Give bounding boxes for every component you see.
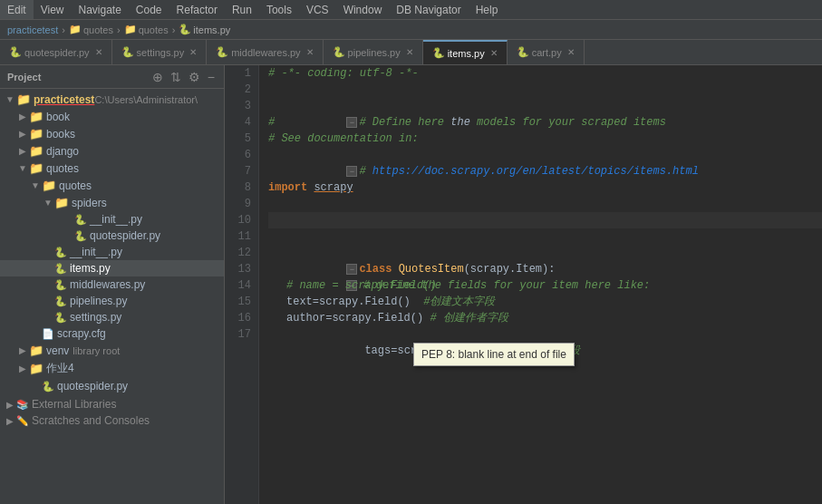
tab-settings[interactable]: 🐍 settings.py ✕ [112, 40, 208, 64]
tree-items-py-icon: 🐍 [54, 263, 67, 275]
tree-books-arrow[interactable]: ▶ [16, 129, 29, 139]
code-line-12: −class QuotesItem(scrapy.Item): [268, 245, 822, 261]
sidebar-tree[interactable]: ▼ 📁 practicetest C:\Users\Administrator\… [0, 89, 224, 504]
tab-items[interactable]: 🐍 items.py ✕ [423, 40, 508, 64]
line-num-8: 8 [225, 179, 258, 196]
tree-quotespider[interactable]: ▶ 🐍 quotespider.py [0, 228, 224, 244]
tree-quotes1-arrow[interactable]: ▼ [16, 163, 29, 173]
tab-middlewares-close[interactable]: ✕ [306, 47, 314, 57]
breadcrumb-sep3: › [172, 24, 176, 35]
tree-book-arrow[interactable]: ▶ [16, 111, 29, 121]
menu-refactor[interactable]: Refactor [169, 0, 225, 19]
tree-init1[interactable]: ▶ 🐍 __init__.py [0, 211, 224, 228]
tree-quotes2[interactable]: ▼ 📁 quotes [0, 177, 224, 194]
sidebar-gear-icon[interactable]: ⚙ [187, 70, 202, 84]
sidebar-add-btn[interactable]: ⊕ [150, 70, 165, 84]
code-area[interactable]: # -*- coding: utf-8 -*- −# Define here t… [259, 65, 822, 504]
menu-navigate[interactable]: Navigate [71, 0, 128, 19]
breadcrumb-quotes1[interactable]: quotes [83, 24, 113, 35]
line-num-7: 7 [225, 163, 258, 179]
tab-middlewares[interactable]: 🐍 middlewares.py ✕ [207, 40, 323, 64]
tab-middlewares-label: middlewares.py [231, 47, 300, 58]
tree-venv[interactable]: ▶ 📁 venv library root [0, 342, 224, 359]
tree-quotespider-label: quotespider.py [90, 229, 160, 242]
code-line-14: # name = scrapy.Field() [268, 277, 822, 294]
breadcrumb-file[interactable]: items.py [193, 24, 230, 35]
tree-books-folder-icon: 📁 [29, 127, 44, 141]
tab-pipelines[interactable]: 🐍 pipelines.py ✕ [324, 40, 423, 64]
tree-quotespider2[interactable]: ▶ 🐍 quotespider.py [0, 378, 224, 394]
tab-pipelines-label: pipelines.py [348, 47, 401, 58]
line-num-3: 3 [225, 98, 258, 114]
sidebar-minimize-btn[interactable]: − [206, 70, 217, 84]
tree-scrapy-cfg[interactable]: ▶ 📄 scrapy.cfg [0, 325, 224, 342]
tree-quotes1-label: quotes [46, 162, 79, 175]
tab-cart-label: cart.py [532, 47, 562, 58]
breadcrumb-quotes2[interactable]: quotes [139, 24, 169, 35]
tree-book[interactable]: ▶ 📁 book [0, 108, 224, 125]
tree-django[interactable]: ▶ 📁 django [0, 142, 224, 160]
tree-items[interactable]: ▶ 🐍 items.py [0, 260, 224, 276]
tree-external-libs[interactable]: ▶ 📚 External Libraries [0, 396, 224, 412]
tree-settings[interactable]: ▶ 🐍 settings.py [0, 309, 224, 325]
menu-run[interactable]: Run [225, 0, 259, 19]
tab-items-label: items.py [448, 48, 485, 59]
tree-zuoye4[interactable]: ▶ 📁 作业4 [0, 359, 224, 378]
tab-cart[interactable]: 🐍 cart.py ✕ [508, 40, 585, 64]
tab-settings-close[interactable]: ✕ [189, 47, 197, 57]
sidebar-toolbar: ⊕ ⇅ ⚙ − [150, 70, 217, 84]
tree-pipelines[interactable]: ▶ 🐍 pipelines.py [0, 293, 224, 309]
tree-book-folder-icon: 📁 [29, 110, 44, 123]
code-line-6: −# https://doc.scrapy.org/en/latest/topi… [268, 147, 822, 163]
tree-quotes1[interactable]: ▼ 📁 quotes [0, 160, 224, 177]
menu-edit[interactable]: Edit [0, 0, 34, 19]
editor[interactable]: 1 2 3 4 5 6 7 8 9 10 11 12 13 14 15 16 1 [225, 65, 822, 504]
tree-scratches-arrow[interactable]: ▶ [4, 416, 16, 426]
tree-zuoye4-arrow[interactable]: ▶ [16, 363, 29, 373]
sidebar-sync-btn[interactable]: ⇅ [169, 70, 183, 84]
content-area: Project ⊕ ⇅ ⚙ − ▼ 📁 practicetest C:\User… [0, 65, 822, 504]
menu-view[interactable]: View [34, 0, 72, 19]
sidebar: Project ⊕ ⇅ ⚙ − ▼ 📁 practicetest C:\User… [0, 65, 225, 504]
line-num-10: 10 [225, 212, 258, 228]
menu-help[interactable]: Help [469, 0, 506, 19]
tree-init2[interactable]: ▶ 🐍 __init__.py [0, 244, 224, 260]
tree-spiders-label: spiders [72, 197, 107, 209]
tree-venv-arrow[interactable]: ▶ [16, 345, 29, 355]
tree-pipelines-py-icon: 🐍 [54, 296, 67, 307]
tab-pipelines-close[interactable]: ✕ [406, 47, 413, 57]
tree-django-arrow[interactable]: ▶ [16, 146, 29, 156]
code-line-3: −# Define here the models for your scrap… [268, 98, 822, 114]
tree-extlib-arrow[interactable]: ▶ [4, 400, 16, 410]
tree-spiders-arrow[interactable]: ▼ [42, 198, 54, 208]
tree-middlewares[interactable]: ▶ 🐍 middlewares.py [0, 276, 224, 293]
tab-quotespider[interactable]: 🐍 quotespider.py ✕ [0, 40, 112, 64]
menu-tools[interactable]: Tools [259, 0, 299, 19]
code-line-4: # [268, 114, 822, 131]
tab-cart-close[interactable]: ✕ [567, 47, 575, 57]
tree-expand-arrow[interactable]: ▼ [4, 94, 16, 104]
tree-quotes2-arrow[interactable]: ▼ [29, 180, 42, 190]
breadcrumb-practicetest[interactable]: practicetest [7, 24, 58, 35]
tree-scratches-icon: ✏️ [16, 415, 29, 427]
tree-init2-py-icon: 🐍 [54, 247, 67, 258]
tree-practicetest[interactable]: ▼ 📁 practicetest C:\Users\Administrator\ [0, 91, 224, 108]
code-line-11 [268, 228, 822, 245]
tab-items-close[interactable]: ✕ [490, 48, 498, 58]
tab-cart-py-icon: 🐍 [517, 46, 529, 58]
code-line-13: −# define the fields for your item here … [268, 261, 822, 277]
menu-code[interactable]: Code [129, 0, 169, 19]
menu-window[interactable]: Window [336, 0, 390, 19]
tab-quotespider-close[interactable]: ✕ [95, 47, 102, 57]
tree-books[interactable]: ▶ 📁 books [0, 125, 224, 142]
tree-pipelines-label: pipelines.py [70, 295, 127, 307]
tree-book-label: book [46, 111, 70, 123]
tree-spiders[interactable]: ▼ 📁 spiders [0, 194, 224, 211]
code-line-17: tags=scrapy.Field() # 创建标签字段 PEP 8: blan… [268, 326, 822, 343]
menu-vcs[interactable]: VCS [299, 0, 336, 19]
menu-dbnavigator[interactable]: DB Navigator [389, 0, 468, 19]
tree-scratches[interactable]: ▶ ✏️ Scratches and Consoles [0, 412, 224, 429]
tree-zuoye4-label: 作业4 [46, 361, 74, 376]
tree-scrapycfg-icon: 📄 [42, 328, 54, 340]
breadcrumb-pyicon: 🐍 [179, 24, 191, 35]
